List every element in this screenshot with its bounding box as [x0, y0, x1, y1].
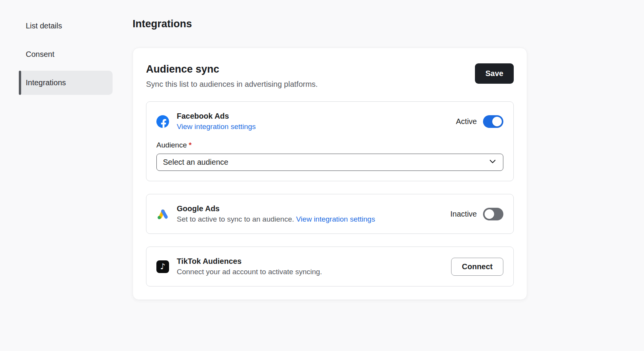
integration-settings-link-wrap: View integration settings: [177, 123, 256, 131]
audience-label-text: Audience: [156, 141, 187, 149]
tiktok-description: Connect your ad account to activate sync…: [177, 268, 322, 276]
settings-sidebar: List details Consent Integrations: [19, 14, 113, 99]
audience-select[interactable]: Select an audience: [156, 154, 503, 171]
tiktok-audiences-section: ♪ TikTok Audiences Connect your ad accou…: [146, 247, 514, 286]
sidebar-item-label: Integrations: [26, 78, 66, 87]
tiktok-identity: ♪ TikTok Audiences Connect your ad accou…: [156, 257, 322, 276]
card-header-text: Audience sync Sync this list to audience…: [146, 63, 318, 89]
sidebar-item-list-details[interactable]: List details: [19, 14, 113, 38]
facebook-ads-section: Facebook Ads View integration settings A…: [146, 101, 514, 181]
page-title: Integrations: [133, 18, 527, 30]
facebook-ads-identity: Facebook Ads View integration settings: [156, 112, 256, 131]
google-inactive-toggle[interactable]: [483, 208, 503, 220]
google-ads-identity: Google Ads Set to active to sync to an a…: [156, 204, 375, 224]
facebook-active-toggle[interactable]: [483, 115, 503, 128]
chevron-down-icon: [488, 157, 497, 167]
integration-name: TikTok Audiences: [177, 257, 322, 266]
facebook-status-label: Active: [456, 117, 477, 126]
facebook-ads-text: Facebook Ads View integration settings: [177, 112, 256, 131]
google-ads-icon: [156, 208, 169, 220]
google-ads-text: Google Ads Set to active to sync to an a…: [177, 204, 375, 224]
google-ads-description: Set to active to sync to an audience. Vi…: [177, 215, 375, 224]
sidebar-item-label: List details: [26, 22, 62, 30]
save-button[interactable]: Save: [475, 63, 514, 84]
card-subtitle: Sync this list to audiences in advertisi…: [146, 80, 318, 89]
facebook-ads-header-row: Facebook Ads View integration settings A…: [156, 112, 503, 131]
google-status-group: Inactive: [450, 208, 503, 220]
google-status-label: Inactive: [450, 210, 477, 219]
card-title: Audience sync: [146, 63, 318, 75]
audience-field: Audience* Select an audience: [156, 141, 503, 171]
google-description-text: Set to active to sync to an audience.: [177, 215, 296, 223]
tiktok-text: TikTok Audiences Connect your ad account…: [177, 257, 322, 276]
audience-field-label: Audience*: [156, 141, 503, 149]
audience-sync-card: Audience sync Sync this list to audience…: [133, 48, 527, 300]
main-content: Integrations Audience sync Sync this lis…: [133, 18, 527, 300]
facebook-icon: [156, 115, 169, 128]
sidebar-item-label: Consent: [26, 50, 55, 59]
facebook-status-group: Active: [456, 115, 503, 128]
google-view-settings-link[interactable]: View integration settings: [296, 215, 375, 223]
sidebar-item-integrations[interactable]: Integrations: [19, 71, 113, 95]
tiktok-icon: ♪: [156, 260, 169, 273]
tiktok-connect-button[interactable]: Connect: [451, 258, 503, 276]
google-ads-section: Google Ads Set to active to sync to an a…: [146, 194, 514, 234]
toggle-knob: [485, 209, 494, 219]
toggle-knob: [492, 117, 502, 126]
tiktok-header-row: ♪ TikTok Audiences Connect your ad accou…: [156, 257, 503, 276]
required-marker: *: [189, 141, 191, 149]
audience-select-value: Select an audience: [163, 158, 228, 167]
integration-name: Google Ads: [177, 204, 375, 213]
google-ads-header-row: Google Ads Set to active to sync to an a…: [156, 204, 503, 224]
card-header: Audience sync Sync this list to audience…: [146, 63, 514, 89]
facebook-view-settings-link[interactable]: View integration settings: [177, 123, 256, 131]
integration-name: Facebook Ads: [177, 112, 256, 121]
sidebar-item-consent[interactable]: Consent: [19, 42, 113, 66]
